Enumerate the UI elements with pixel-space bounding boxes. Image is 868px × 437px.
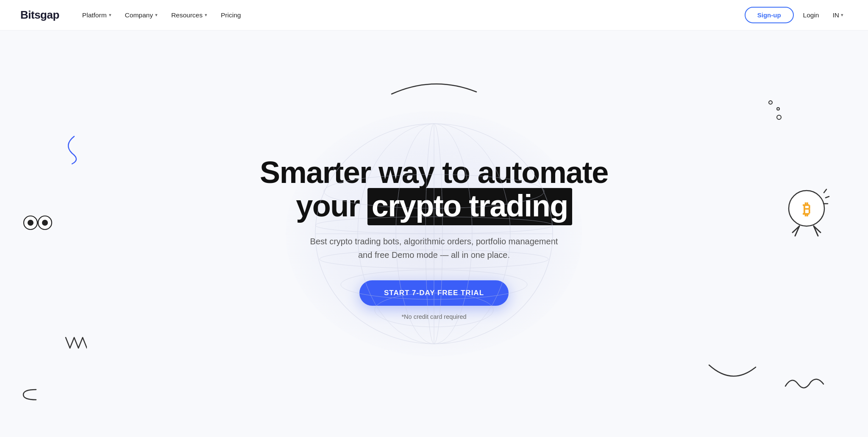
hero-title-highlight: crypto trading	[367, 188, 572, 225]
svg-line-24	[824, 189, 826, 193]
hero-content: Smarter way to automate your crypto trad…	[260, 156, 608, 320]
nav-item-pricing[interactable]: Pricing	[215, 8, 247, 22]
hero-title-line1: Smarter way to automate	[260, 155, 608, 189]
svg-point-17	[777, 115, 781, 119]
arc-bottom-decoration	[707, 361, 758, 386]
svg-point-16	[777, 108, 779, 110]
svg-line-21	[793, 226, 799, 232]
hero-title-line2: your crypto trading	[296, 188, 572, 225]
nav-resources-label: Resources	[171, 11, 203, 19]
navbar: Bitsgap Platform ▾ Company ▾ Resources ▾…	[0, 0, 868, 30]
svg-point-18	[789, 191, 824, 226]
svg-point-15	[769, 101, 772, 104]
no-cc-text: *No credit card required	[260, 313, 608, 320]
hero-title: Smarter way to automate your crypto trad…	[260, 156, 608, 223]
language-selector[interactable]: IN ▾	[829, 8, 848, 22]
dots-decoration	[758, 98, 783, 124]
eyes-decoration	[23, 213, 53, 232]
nav-item-company[interactable]: Company ▾	[119, 8, 164, 22]
svg-line-20	[795, 226, 799, 236]
svg-text:₿: ₿	[803, 201, 810, 218]
c-decoration	[21, 386, 38, 403]
nav-pricing-label: Pricing	[221, 11, 241, 19]
nav-links: Platform ▾ Company ▾ Resources ▾ Pricing	[76, 8, 745, 22]
hero-title-plain: your	[296, 189, 367, 223]
signup-button[interactable]: Sign-up	[745, 7, 794, 23]
nav-company-label: Company	[125, 11, 153, 19]
svg-point-13	[38, 216, 52, 230]
svg-point-11	[24, 216, 37, 230]
nav-item-resources[interactable]: Resources ▾	[165, 8, 213, 22]
svg-line-22	[814, 226, 818, 236]
bitcoin-character-decoration: ₿	[783, 185, 830, 240]
nav-item-platform[interactable]: Platform ▾	[76, 8, 117, 22]
chevron-down-icon: ▾	[841, 12, 843, 18]
svg-line-25	[826, 196, 829, 198]
svg-point-14	[42, 220, 48, 226]
nav-platform-label: Platform	[82, 11, 107, 19]
hero-subtitle: Best crypto trading bots, algorithmic or…	[307, 235, 561, 262]
chevron-down-icon: ▾	[205, 12, 207, 18]
zigzag-decoration	[64, 333, 87, 352]
wave-decoration	[783, 373, 826, 395]
arc-top-decoration	[387, 73, 481, 98]
hero-section: ₿ Smarter way to automate your crypto tr…	[0, 30, 868, 437]
chevron-down-icon: ▾	[155, 12, 158, 18]
chevron-down-icon: ▾	[109, 12, 111, 18]
language-label: IN	[833, 11, 840, 19]
login-button[interactable]: Login	[799, 8, 823, 22]
trial-button[interactable]: START 7-DAY FREE TRIAL	[359, 280, 509, 306]
squiggle-decoration	[59, 132, 85, 166]
nav-right: Sign-up Login IN ▾	[745, 7, 848, 23]
svg-point-12	[28, 220, 33, 226]
svg-line-23	[814, 226, 821, 232]
logo[interactable]: Bitsgap	[20, 8, 59, 22]
